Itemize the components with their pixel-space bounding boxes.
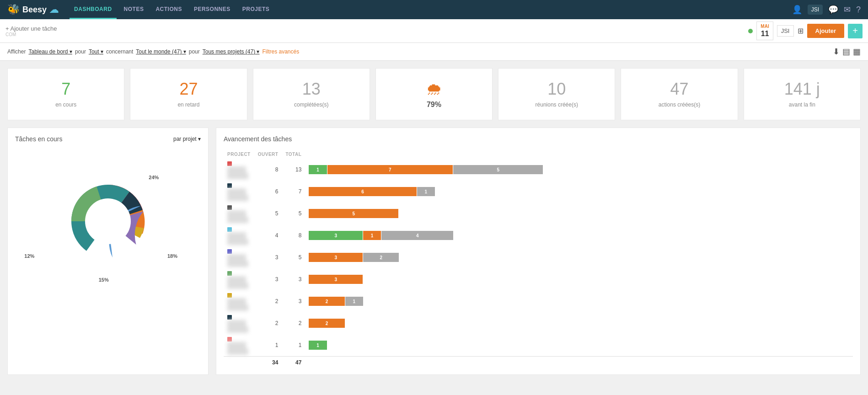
bar-cell: 175 — [305, 159, 853, 181]
svg-point-0 — [85, 198, 131, 244]
bar-project-name: Project Name 3 — [224, 203, 254, 224]
stat-number-completees: 13 — [261, 80, 362, 99]
logo: 🐝 Beesy ☁ — [7, 4, 59, 16]
stat-number-actions: 47 — [628, 80, 730, 99]
stats-row: 7 en cours 27 en retard 13 complétées(s)… — [7, 68, 861, 120]
stat-en-retard: 27 en retard — [130, 68, 247, 120]
user-badge[interactable]: JSI — [808, 5, 823, 15]
bar-open: 2 — [254, 290, 282, 312]
filterbar-right: ⬇ ▤ ▦ — [833, 47, 861, 57]
bar-row: Project Name 26761 — [224, 181, 853, 203]
nav-personnes[interactable]: PERSONNES — [189, 0, 235, 19]
chart-icon[interactable]: ▦ — [853, 47, 861, 57]
stat-avant-la-fin: 141 j avant la fin — [744, 68, 861, 120]
bar-project-name: Project Name 4 — [224, 224, 254, 246]
stat-number-avant: 141 j — [751, 80, 853, 99]
bar-row: Project Name 1813175 — [224, 159, 853, 181]
afficher-label: Afficher — [7, 48, 26, 55]
bar-segment-orange: 7 — [327, 165, 453, 174]
col-bar — [305, 150, 853, 159]
bar-table-header: PROJECT OUVERT TOTAL — [224, 150, 853, 159]
stat-completees: 13 complétées(s) — [253, 68, 370, 120]
mail-icon[interactable]: ✉ — [844, 5, 851, 15]
task-sub: COM — [5, 32, 745, 37]
jsi-button[interactable]: JSI — [777, 25, 794, 37]
bar-project-name: Project Name 8 — [224, 312, 254, 334]
stat-label-en-cours: en cours — [15, 101, 117, 108]
bar-segment-green: 1 — [309, 341, 327, 350]
pie-label-18: 18% — [167, 253, 177, 259]
grid-icon[interactable]: ⊞ — [798, 27, 804, 35]
bar-segment-green: 1 — [309, 165, 327, 174]
bar-total: 3 — [282, 290, 305, 312]
bar-open: 3 — [254, 268, 282, 290]
stat-label-completees: complétées(s) — [261, 101, 362, 108]
bar-segment-orange: 2 — [309, 297, 344, 306]
bar-row: Project Name 9111 — [224, 334, 853, 357]
help-icon[interactable]: ? — [856, 5, 861, 15]
stat-percent: 79% — [383, 101, 485, 109]
nav-actions[interactable]: ACTIONS — [151, 0, 187, 19]
bar-total-row: 34 47 — [224, 357, 853, 368]
bar-project-name: Project Name 7 — [224, 290, 254, 312]
add-button[interactable]: + — [848, 24, 863, 38]
bar-segment-orange: 6 — [309, 187, 416, 196]
bar-project-name: Project Name 2 — [224, 181, 254, 203]
pie-card-header: Tâches en cours par projet ▾ — [15, 135, 201, 143]
bee-icon: 🐝 — [7, 4, 20, 16]
ajouter-button[interactable]: Ajouter — [807, 24, 845, 38]
stat-label-reunions: réunions créée(s) — [506, 101, 607, 108]
bar-cell: 1 — [305, 334, 853, 357]
bar-segment-orange: 5 — [309, 209, 398, 218]
layout-icon[interactable]: ▤ — [842, 47, 850, 57]
bar-card-title: Avancement des tâches — [224, 135, 853, 143]
bar-total: 7 — [282, 181, 305, 203]
task-input[interactable] — [5, 25, 745, 32]
pie-card-filter[interactable]: par projet ▾ — [173, 136, 201, 142]
nav-projets[interactable]: PROJETS — [238, 0, 274, 19]
tout-le-monde-filter[interactable]: Tout le monde (47) — [136, 48, 186, 55]
tableau-de-bord-filter[interactable]: Tableau de bord — [28, 48, 72, 55]
filtres-avances[interactable]: Filtres avancés — [263, 48, 300, 55]
bar-table: PROJECT OUVERT TOTAL Project Name 181317… — [224, 150, 853, 367]
stat-label-en-retard: en retard — [138, 101, 239, 108]
navbar-right: 👤 JSI 💬 ✉ ? — [792, 5, 861, 15]
bar-segment-gray: 1 — [345, 297, 363, 306]
total-bar — [305, 357, 853, 368]
bar-segment-orange: 2 — [309, 319, 344, 328]
bottom-row: Tâches en cours par projet ▾ — [7, 128, 861, 375]
download-icon[interactable]: ⬇ — [833, 47, 840, 57]
cloud-icon: ☁ — [49, 4, 59, 15]
bar-total: 1 — [282, 334, 305, 357]
date-day: 11 — [761, 29, 769, 38]
nav-links: DASHBOARD NOTES ACTIONS PERSONNES PROJET… — [70, 0, 781, 19]
bar-open: 5 — [254, 203, 282, 224]
tous-mes-projets-filter[interactable]: Tous mes projets (47) — [203, 48, 260, 55]
date-box[interactable]: MAI 11 — [756, 21, 773, 40]
bar-cell: 61 — [305, 181, 853, 203]
col-total: TOTAL — [282, 150, 305, 159]
bar-project-name: Project Name 1 — [224, 159, 254, 181]
bar-cell: 314 — [305, 224, 853, 246]
pie-card-title: Tâches en cours — [15, 135, 63, 143]
taskbar: COM MAI 11 JSI ⊞ Ajouter + — [0, 19, 868, 43]
bar-cell: 21 — [305, 290, 853, 312]
stat-number-en-retard: 27 — [138, 80, 239, 99]
bar-open: 3 — [254, 246, 282, 268]
stat-reunions: 10 réunions créée(s) — [498, 68, 615, 120]
nav-notes[interactable]: NOTES — [119, 0, 149, 19]
bar-row: Project Name 448314 — [224, 224, 853, 246]
bar-row: Project Name 72321 — [224, 290, 853, 312]
user-icon: 👤 — [792, 5, 802, 15]
pie-card: Tâches en cours par projet ▾ — [7, 128, 209, 375]
tout-filter[interactable]: Tout — [89, 48, 103, 55]
bar-segment-orange: 1 — [363, 231, 381, 240]
chat-icon[interactable]: 💬 — [828, 5, 838, 15]
bar-cell: 2 — [305, 312, 853, 334]
bar-cell: 32 — [305, 246, 853, 268]
bar-project-name: Project Name 5 — [224, 246, 254, 268]
date-month: MAI — [761, 24, 769, 29]
total-open: 34 — [254, 357, 282, 368]
bar-total: 5 — [282, 246, 305, 268]
nav-dashboard[interactable]: DASHBOARD — [70, 0, 117, 19]
